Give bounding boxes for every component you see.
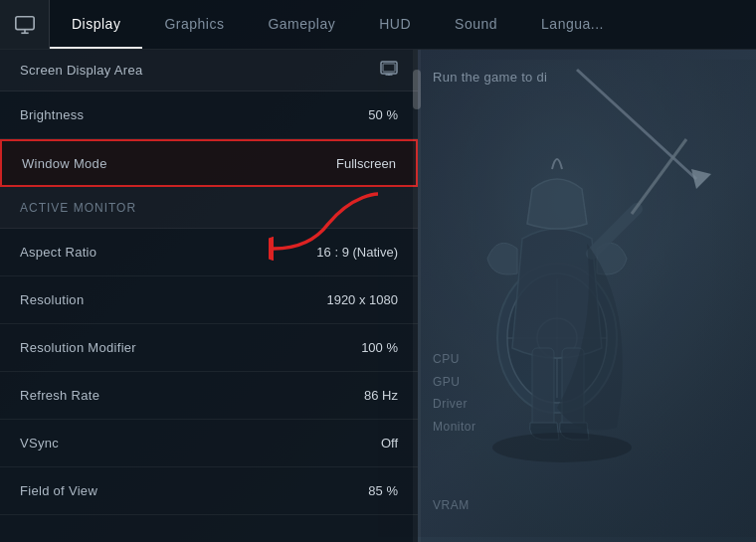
brightness-value: 50 % (368, 107, 398, 122)
settings-panel: Screen Display Area Brightness 50 % Wind… (0, 50, 418, 542)
window-mode-value: Fullscreen (336, 156, 396, 171)
tab-gameplay[interactable]: Gameplay (246, 0, 357, 49)
refresh-rate-row[interactable]: Refresh Rate 86 Hz (0, 372, 418, 420)
field-of-view-value: 85 % (368, 483, 398, 498)
cpu-info-label: CPU (433, 348, 741, 371)
refresh-rate-label: Refresh Rate (20, 388, 99, 403)
tab-hud[interactable]: HUD (357, 0, 433, 49)
driver-info-label: Driver (433, 393, 741, 416)
aspect-ratio-label: Aspect Ratio (20, 245, 96, 260)
screen-display-label: Screen Display Area (20, 63, 142, 78)
aspect-ratio-value: 16 : 9 (Native) (316, 245, 398, 260)
active-monitor-label: Active Monitor (20, 201, 136, 215)
window-mode-row[interactable]: Window Mode Fullscreen (0, 139, 418, 187)
svg-rect-12 (15, 16, 33, 29)
vsync-label: VSync (20, 436, 59, 451)
screen-display-icon (380, 61, 398, 81)
tab-language[interactable]: Langua... (519, 0, 626, 49)
tab-sound[interactable]: Sound (433, 0, 519, 49)
vsync-row[interactable]: VSync Off (0, 420, 418, 467)
scrollbar-thumb[interactable] (413, 70, 421, 109)
aspect-ratio-row[interactable]: Aspect Ratio 16 : 9 (Native) (0, 229, 418, 276)
resolution-modifier-value: 100 % (361, 340, 398, 355)
gpu-info-label: GPU (433, 371, 741, 394)
info-panel: Run the game to di CPU GPU Driver Monito… (418, 50, 756, 542)
resolution-modifier-label: Resolution Modifier (20, 340, 136, 355)
window-mode-label: Window Mode (22, 156, 107, 171)
resolution-value: 1920 x 1080 (326, 292, 398, 307)
scrollbar-track[interactable] (413, 50, 421, 542)
refresh-rate-value: 86 Hz (364, 388, 398, 403)
svg-rect-16 (383, 64, 395, 72)
field-of-view-label: Field of View (20, 483, 97, 498)
field-of-view-row[interactable]: Field of View 85 % (0, 467, 418, 515)
screen-display-area-row: Screen Display Area (0, 50, 418, 91)
monitor-icon (14, 14, 36, 36)
monitor-info-label: Monitor (433, 416, 741, 439)
resolution-modifier-row[interactable]: Resolution Modifier 100 % (0, 324, 418, 372)
active-monitor-row: Active Monitor (0, 187, 418, 229)
vram-info-label: VRAM (433, 498, 741, 512)
navbar: Display Graphics Gameplay HUD Sound Lang… (0, 0, 756, 50)
tab-display[interactable]: Display (50, 0, 142, 49)
nav-settings-icon (0, 0, 50, 49)
tab-graphics[interactable]: Graphics (142, 0, 246, 49)
brightness-row: Brightness 50 % (0, 91, 418, 139)
vsync-value: Off (381, 436, 398, 451)
info-run-game-text: Run the game to di (433, 70, 741, 85)
resolution-row[interactable]: Resolution 1920 x 1080 (0, 276, 418, 324)
brightness-label: Brightness (20, 107, 84, 122)
sys-info-section: CPU GPU Driver Monitor VRAM (433, 348, 741, 522)
resolution-label: Resolution (20, 292, 84, 307)
